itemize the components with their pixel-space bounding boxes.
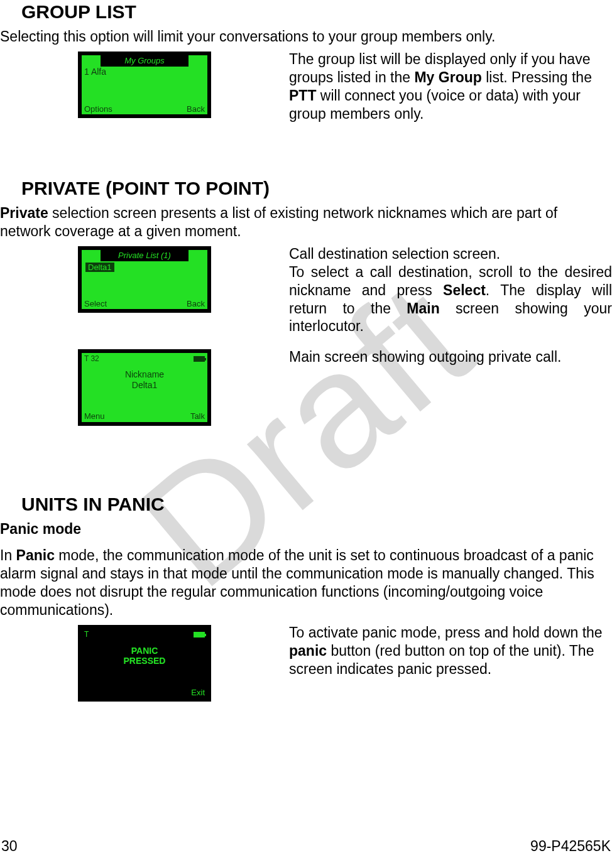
text-bold: PTT bbox=[289, 87, 316, 104]
panic-description: To activate panic mode, press and hold d… bbox=[289, 624, 612, 678]
panic-intro: In Panic mode, the communication mode of… bbox=[0, 546, 612, 619]
text: will connect you (voice or data) with yo… bbox=[289, 87, 581, 122]
group-list-description: The group list will be displayed only if… bbox=[289, 50, 612, 122]
text: In bbox=[0, 547, 16, 563]
text: Call destination selection screen. bbox=[289, 246, 500, 262]
lcd-softkey-right: Back bbox=[187, 299, 205, 309]
text-bold: Private bbox=[0, 205, 48, 221]
private-intro: Private selection screen presents a list… bbox=[0, 204, 612, 241]
text: list. Pressing the bbox=[482, 69, 592, 85]
heading-private: PRIVATE (POINT TO POINT) bbox=[21, 176, 612, 200]
lcd-status: T 32 bbox=[84, 354, 99, 363]
lcd-line: PRESSED bbox=[82, 656, 207, 666]
text-bold: Select bbox=[443, 282, 486, 298]
text: button (red button on top of the unit). … bbox=[289, 643, 594, 677]
lcd-status: T bbox=[84, 630, 89, 639]
lcd-panic: T PANIC PRESSED Exit bbox=[78, 625, 211, 702]
group-list-intro: Selecting this option will limit your co… bbox=[0, 28, 612, 46]
text-bold: Panic bbox=[16, 547, 55, 563]
private-desc-2: Main screen showing outgoing private cal… bbox=[289, 348, 612, 366]
heading-group-list: GROUP LIST bbox=[21, 0, 612, 24]
lcd-title: My Groups bbox=[101, 55, 189, 67]
private-desc-1: Call destination selection screen. To se… bbox=[289, 245, 612, 335]
lcd-softkey-right: Talk bbox=[190, 411, 205, 421]
text-bold: My Group bbox=[414, 69, 481, 85]
lcd-softkey-right: Exit bbox=[191, 688, 205, 698]
page-number: 30 bbox=[1, 837, 18, 855]
text-bold: Main bbox=[407, 300, 439, 317]
battery-icon bbox=[194, 356, 205, 362]
lcd-item-selected: Delta1 bbox=[85, 263, 114, 273]
panic-subhead: Panic mode bbox=[0, 520, 612, 538]
lcd-main-screen: T 32 Nickname Delta1 Menu Talk bbox=[78, 349, 211, 426]
text-bold: panic bbox=[289, 643, 327, 659]
text: To activate panic mode, press and hold d… bbox=[289, 624, 603, 641]
heading-units-in-panic: UNITS IN PANIC bbox=[21, 492, 612, 516]
lcd-item: 1 Alfa bbox=[84, 67, 106, 77]
text: Main screen showing outgoing private cal… bbox=[289, 349, 561, 365]
lcd-softkey-left: Options bbox=[84, 104, 112, 114]
text: mode, the communication mode of the unit… bbox=[0, 547, 594, 617]
battery-icon bbox=[194, 632, 205, 637]
lcd-softkey-left: Select bbox=[84, 299, 107, 309]
lcd-line: Delta1 bbox=[82, 380, 207, 391]
text: selection screen presents a list of exis… bbox=[0, 205, 557, 239]
lcd-softkey-right: Back bbox=[187, 104, 205, 114]
document-id: 99-P42565K bbox=[530, 837, 611, 855]
lcd-my-groups: My Groups 1 Alfa Options Back bbox=[78, 52, 211, 118]
lcd-line: PANIC bbox=[82, 646, 207, 656]
lcd-line: Nickname bbox=[82, 369, 207, 380]
lcd-title: Private List (1) bbox=[101, 250, 189, 261]
lcd-private-list: Private List (1) Delta1 Select Back bbox=[78, 246, 211, 313]
lcd-softkey-left: Menu bbox=[84, 411, 105, 421]
